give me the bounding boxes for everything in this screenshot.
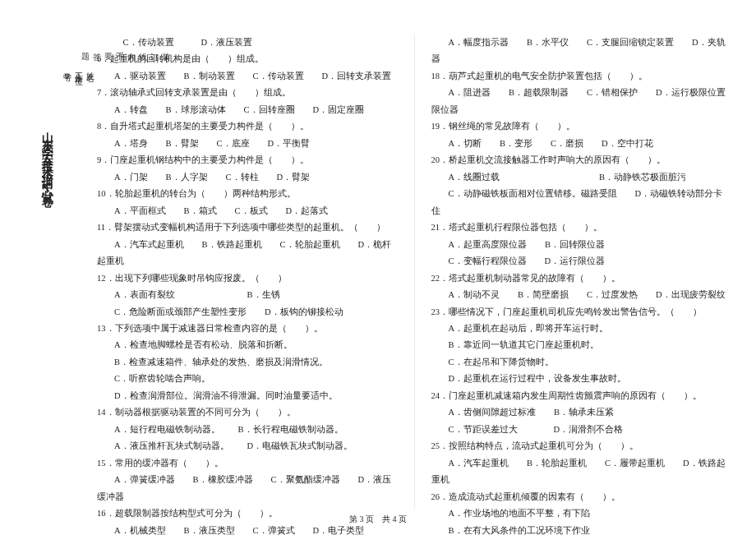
- q-line: 14．制动器根据驱动装置的不同可分为（ ）。: [97, 404, 398, 421]
- opt-line: A．汽车起重机 B．轮胎起重机 C．履带起重机 D．铁路起重机: [431, 455, 732, 489]
- opt-line: C．动静磁铁板面相对位置错移。磁路受阻 D．动磁铁转动部分卡住: [431, 186, 732, 219]
- opt-line: B．检查减速箱件、轴承处的发热、磨损及润滑情况。: [97, 354, 398, 371]
- column-right: A．幅度指示器 B．水平仪 C．支腿回缩锁定装置 D．夹轨器 18．葫芦式起重机…: [431, 35, 732, 509]
- opt-line: D．起重机在运行过程中，设备发生事故时。: [431, 371, 732, 387]
- opt-line: A．门架 B．人字架 C．转柱 D．臂架: [97, 169, 398, 186]
- opt-line: A．汽车式起重机 B．铁路起重机 C．轮胎起重机 D．桅杆起重机: [97, 237, 398, 270]
- q-line: 18．葫芦式起重机的电气安全防护装置包括（ ）。: [431, 68, 732, 85]
- opt-line: A．制动不灵 B．简壁磨损 C．过度发热 D．出现疲劳裂纹: [431, 287, 732, 303]
- q-line: 12．出现下列哪些现象时吊钩应报废。（ ）: [97, 270, 398, 287]
- opt-line: A．表面有裂纹 B．生锈: [97, 287, 398, 303]
- q-line: 15．常用的缓冲器有（ ）。: [97, 455, 398, 472]
- opt-line: A．液压推杆瓦块式制动器。 D．电磁铁瓦块式制动器。: [97, 438, 398, 454]
- page-columns: C．传动装置 D．液压装置 6．起重机的回转机构是由（ ）组成。 A．驱动装置 …: [97, 35, 731, 509]
- opt-line: A．线圈过载 B．动静铁芯极面脏污: [431, 169, 732, 186]
- q-line: 20．桥起重机交流接触器工作时声响大的原因有（ ）。: [431, 152, 732, 168]
- q-line: 6．起重机的回转机构是由（ ）组成。: [97, 51, 398, 67]
- mark-h: 题: [79, 46, 90, 424]
- field-id: 学号：: [61, 66, 72, 411]
- opt-line: B．靠近同一轨道其它门座起重机时。: [431, 337, 732, 353]
- opt-line: A．短行程电磁铁制动器。 B．长行程电磁铁制动器。: [97, 422, 398, 438]
- opt-line: D．检查润滑部位。润滑油不得泄漏。同时油量要适中。: [97, 388, 398, 404]
- column-left: C．传动装置 D．液压装置 6．起重机的回转机构是由（ ）组成。 A．驱动装置 …: [97, 35, 398, 509]
- q-line: 24．门座起重机减速箱内发生周期性齿颤震声响的原因有（ ）。: [431, 388, 732, 404]
- q-line: 10．轮胎起重机的转台为（ ）两种结构形式。: [97, 186, 398, 202]
- opt-line: A．弹簧缓冲器 B．橡胶缓冲器 C．聚氨酯缓冲器 D．液压缓冲器: [97, 472, 398, 505]
- q-line: 9．门座起重机钢结构中的主要受力构件是（ ）。: [97, 152, 398, 168]
- doc-vertical-title: 山东大学安全技术培训中心试卷: [39, 123, 54, 192]
- opt-line: A．起重机在起动后，即将开车运行时。: [431, 321, 732, 337]
- q-line: 11．臂架摆动式变幅机构适用于下列选项中哪些类型的起重机。（ ）: [97, 219, 398, 236]
- opt-line: C．危险断面或颈部产生塑性变形 D．板钩的铆接松动: [97, 304, 398, 321]
- q-line: 26．造成流动式起重机倾覆的因素有（ ）。: [431, 489, 732, 505]
- opt-line: A．平面框式 B．箱式 C．板式 D．起落式: [97, 203, 398, 219]
- q-line: 22．塔式起重机制动器常见的故障有（ ）。: [431, 270, 732, 287]
- q-line: 8．自升塔式起重机塔架的主要受力构件是（ ）。: [97, 118, 398, 135]
- opt-line: C．传动装置 D．液压装置: [97, 35, 398, 51]
- opt-line: C．在起吊和下降货物时。: [431, 354, 732, 371]
- q-line: 13．下列选项中属于减速器日常检查内容的是（ ）。: [97, 321, 398, 337]
- opt-line: C．变幅行程限位器 D．运行限位器: [431, 253, 732, 270]
- q-line: 19．钢丝绳的常见故障有（ ）。: [431, 118, 732, 135]
- q-line: 7．滚动轴承式回转支承装置是由（ ）组成。: [97, 85, 398, 101]
- opt-line: A．齿侧间隙超过标准 B．轴承未压紧: [431, 404, 732, 421]
- opt-line: A．驱动装置 B．制动装置 C．传动装置 D．回转支承装置: [97, 68, 398, 85]
- q-line: 25．按照结构特点，流动式起重机可分为（ ）。: [431, 438, 732, 454]
- opt-line: A．阻进器 B．超载限制器 C．错相保护 D．运行极限位置限位器: [431, 85, 732, 118]
- q-line: 21．塔式起重机行程限位器包括（ ）。: [431, 219, 732, 236]
- opt-line: C．节距误差过大 D．润滑剂不合格: [431, 422, 732, 438]
- opt-line: C．听察齿轮啮合声响。: [97, 371, 398, 387]
- opt-line: A．转盘 B．球形滚动体 C．回转座圈 D．固定座圈: [97, 102, 398, 118]
- column-divider: [414, 35, 415, 509]
- opt-line: A．切断 B．变形 C．磨损 D．空中打花: [431, 136, 732, 152]
- opt-line: A．幅度指示器 B．水平仪 C．支腿回缩锁定装置 D．夹轨器: [431, 35, 732, 68]
- q-line: 23．哪些情况下，门座起重机司机应先鸣铃发出警告信号。（ ）: [431, 304, 732, 321]
- opt-line: A．起重高度限位器 B．回转限位器: [431, 237, 732, 253]
- opt-line: A．检查地脚螺栓是否有松动、脱落和折断。: [97, 337, 398, 353]
- opt-line: A．塔身 B．臂架 C．底座 D．平衡臂: [97, 136, 398, 152]
- page-footer: 第 3 页 共 4 页: [0, 514, 756, 525]
